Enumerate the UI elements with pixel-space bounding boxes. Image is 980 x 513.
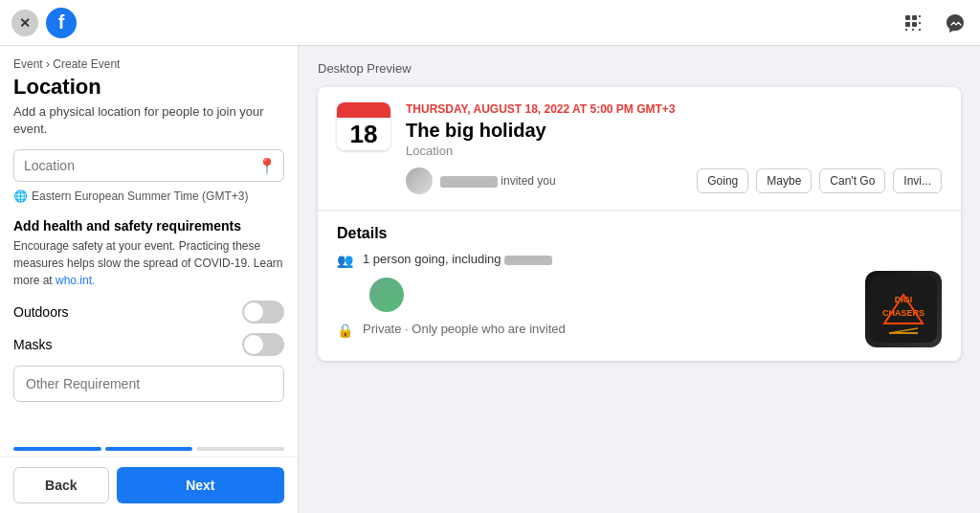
inviter-name-blurred	[440, 176, 498, 188]
top-bar-right	[900, 10, 969, 36]
timezone-row: 🌐 Eastern European Summer Time (GMT+3)	[13, 190, 284, 203]
event-location-text: Location	[406, 144, 942, 158]
masks-toggle[interactable]	[242, 333, 284, 356]
maybe-button[interactable]: Maybe	[756, 168, 812, 193]
preview-card: 18 THURSDAY, AUGUST 18, 2022 AT 5:00 PM …	[318, 87, 961, 361]
cal-day: 18	[337, 118, 390, 150]
preview-header: 18 THURSDAY, AUGUST 18, 2022 AT 5:00 PM …	[318, 87, 961, 211]
invite-button[interactable]: Invi...	[893, 168, 942, 193]
page-title: Location	[13, 75, 284, 100]
progress-seg-3	[196, 447, 284, 451]
top-bar-left: ✕ f	[11, 8, 77, 38]
svg-rect-5	[919, 22, 921, 24]
cal-month	[337, 102, 390, 118]
going-person-blurred	[504, 256, 552, 265]
back-button[interactable]: Back	[13, 467, 109, 503]
details-title: Details	[337, 225, 942, 242]
private-text: Private · Only people who are invited	[363, 322, 566, 336]
health-section-title: Add health and safety requirements	[13, 218, 284, 234]
globe-icon: 🌐	[13, 190, 28, 203]
private-row: 🔒 Private · Only people who are invited	[337, 322, 942, 338]
going-count-row: 👥 1 person going, including	[337, 252, 942, 268]
masks-label: Masks	[13, 337, 52, 352]
svg-rect-0	[905, 15, 910, 20]
progress-seg-1	[13, 447, 101, 451]
person-avatar-row	[337, 278, 942, 312]
location-input[interactable]	[13, 149, 284, 182]
top-bar: ✕ f	[0, 0, 980, 46]
location-input-wrap: 📍	[13, 149, 284, 182]
other-requirement-input[interactable]	[13, 366, 284, 402]
svg-rect-1	[912, 15, 917, 20]
progress-bar	[0, 441, 298, 457]
rsvp-row: invited you Going Maybe Can't Go Invi...	[406, 167, 942, 194]
masks-toggle-row: Masks	[13, 333, 284, 356]
svg-rect-6	[905, 29, 907, 31]
svg-rect-3	[905, 22, 910, 27]
people-icon: 👥	[337, 253, 353, 268]
left-content: Event › Create Event Location Add a phys…	[0, 46, 298, 441]
health-section-desc: Encourage safety at your event. Practici…	[13, 237, 284, 289]
svg-rect-8	[919, 29, 921, 31]
messenger-icon[interactable]	[942, 10, 969, 36]
location-pin-icon: 📍	[257, 157, 277, 175]
svg-rect-7	[912, 29, 914, 31]
facebook-logo: f	[46, 8, 77, 38]
inviter-avatar	[406, 167, 433, 194]
close-button[interactable]: ✕	[11, 10, 38, 36]
svg-rect-4	[912, 22, 917, 27]
person-avatar	[369, 278, 404, 312]
lock-icon: 🔒	[337, 323, 353, 338]
breadcrumb: Event › Create Event	[13, 57, 284, 71]
outdoors-toggle-row: Outdoors	[13, 301, 284, 323]
calendar-icon: 18	[337, 102, 390, 150]
right-panel: Desktop Preview 18 THURSDAY, AUGUST 18, …	[299, 46, 980, 513]
bottom-buttons: Back Next	[0, 457, 298, 513]
next-button[interactable]: Next	[117, 467, 284, 503]
outdoors-label: Outdoors	[13, 304, 69, 320]
going-count-text: 1 person going, including	[363, 252, 552, 266]
event-details-col: THURSDAY, AUGUST 18, 2022 AT 5:00 PM GMT…	[406, 102, 942, 194]
app-logo: DIGI CHASERS	[865, 271, 942, 347]
timezone-text: Eastern European Summer Time (GMT+3)	[32, 190, 248, 203]
preview-body: Details 👥 1 person going, including	[318, 211, 961, 361]
event-name: The big holiday	[406, 120, 942, 142]
who-link[interactable]: who.int.	[56, 274, 95, 287]
invited-text: invited you	[440, 174, 689, 188]
grid-icon[interactable]	[900, 10, 926, 36]
progress-seg-2	[105, 447, 193, 451]
event-date-string: THURSDAY, AUGUST 18, 2022 AT 5:00 PM GMT…	[406, 102, 942, 116]
page-subtitle: Add a physical location for people to jo…	[13, 103, 284, 138]
close-icon: ✕	[19, 15, 31, 31]
svg-rect-2	[919, 15, 921, 17]
main-layout: Event › Create Event Location Add a phys…	[0, 46, 980, 513]
left-panel: Event › Create Event Location Add a phys…	[0, 46, 299, 513]
desktop-preview-label: Desktop Preview	[318, 61, 961, 76]
outdoors-toggle[interactable]	[242, 301, 284, 323]
going-button[interactable]: Going	[697, 168, 748, 193]
cant-go-button[interactable]: Can't Go	[819, 168, 885, 193]
